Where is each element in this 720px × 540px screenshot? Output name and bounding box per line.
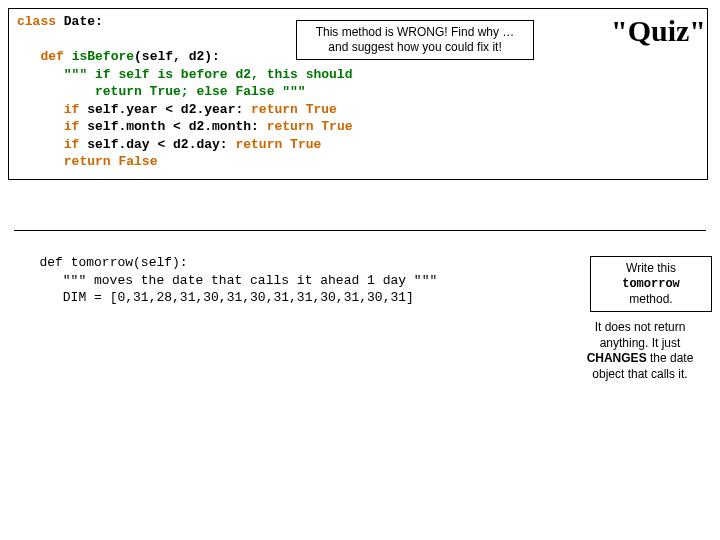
class-name: Date: [56, 14, 103, 29]
callout-line: and suggest how you could fix it! [305, 40, 525, 55]
kw-def: def [39, 255, 62, 270]
divider [14, 230, 706, 231]
quiz-title: "Quiz" [611, 14, 706, 48]
callout-line: Write this [599, 261, 703, 276]
fn-tomorrow: tomorrow [71, 255, 133, 270]
fn-isbefore: isBefore [72, 49, 134, 64]
callout-write-tomorrow: Write this tomorrow method. [590, 256, 712, 312]
kw-class: class [17, 14, 56, 29]
callout-wrong-method: This method is WRONG! Find why … and sug… [296, 20, 534, 60]
docstring-line: """ moves the date that calls it ahead 1… [16, 273, 437, 288]
dim-list: [0,31,28,31,30,31,30,31,31,30,31,30,31] [110, 290, 414, 305]
docstring-line: """ if self is before d2, this should [17, 67, 352, 82]
code-block-tomorrow: def tomorrow(self): """ moves the date t… [8, 250, 584, 315]
note-changes: It does not return anything. It just CHA… [570, 320, 710, 382]
callout-line: tomorrow method. [599, 276, 703, 307]
docstring-line: return True; else False """ [17, 84, 306, 99]
callout-line: This method is WRONG! Find why … [305, 25, 525, 40]
kw-def: def [40, 49, 63, 64]
